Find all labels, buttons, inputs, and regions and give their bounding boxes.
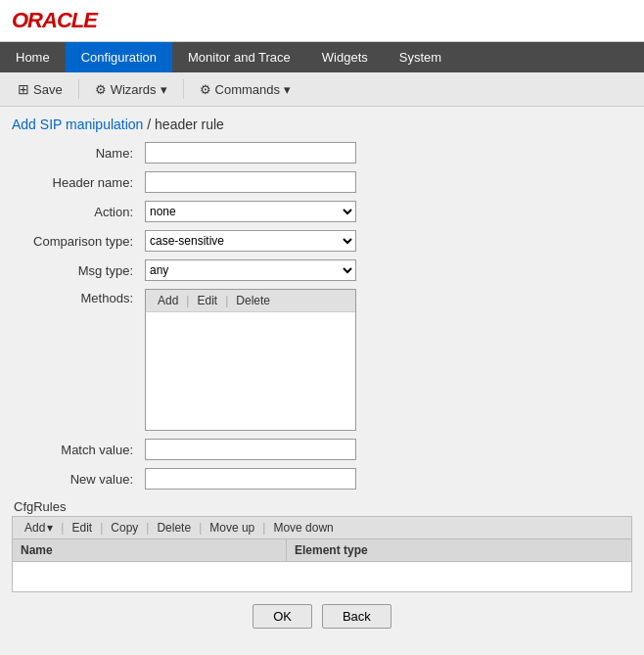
cfgrules-movedown-button[interactable]: Move down [267, 520, 339, 536]
back-button[interactable]: Back [322, 604, 391, 629]
content-area: Name: Header name: Action: none add dele… [0, 138, 644, 648]
msg-type-label: Msg type: [12, 256, 139, 285]
methods-sep-1: | [186, 294, 189, 307]
methods-toolbar: Add | Edit | Delete [146, 290, 355, 312]
breadcrumb-separator: / [143, 117, 155, 132]
wizards-icon [95, 82, 107, 97]
header: ORACLE [0, 0, 644, 42]
new-value-label: New value: [12, 464, 139, 493]
name-label: Name: [12, 138, 139, 167]
cfgrules-edit-button[interactable]: Edit [66, 520, 98, 536]
msg-type-select[interactable]: any request response [145, 259, 356, 281]
cfgrules-moveup-button[interactable]: Move up [204, 520, 260, 536]
methods-add-button[interactable]: Add [152, 293, 184, 308]
nav-widgets[interactable]: Widgets [306, 42, 384, 72]
wizards-label: Wizards [111, 82, 157, 97]
wizards-arrow-icon: ▾ [161, 82, 167, 97]
cfgrules-delete-button[interactable]: Delete [151, 520, 197, 536]
cfgrules-header-row: Name Element type [13, 539, 631, 562]
name-row: Name: [12, 138, 632, 167]
commands-button[interactable]: Commands ▾ [192, 78, 299, 101]
methods-edit-button[interactable]: Edit [191, 293, 223, 308]
cfgrules-col-element-type: Element type [287, 539, 631, 561]
methods-delete-button[interactable]: Delete [230, 293, 276, 308]
cfgrules-toolbar: Add ▾ | Edit | Copy | Delete | Move up |… [12, 516, 632, 538]
cfgrules-sep-2: | [100, 521, 103, 535]
new-value-row: New value: [12, 464, 632, 493]
nav-home[interactable]: Home [0, 42, 66, 72]
msg-type-row: Msg type: any request response [12, 256, 632, 285]
breadcrumb: Add SIP manipulation / header rule [0, 107, 644, 138]
cfgrules-sep-5: | [262, 521, 265, 535]
methods-row: Methods: Add | Edit | Delete [12, 285, 632, 435]
commands-icon [200, 82, 211, 97]
wizards-button[interactable]: Wizards ▾ [87, 78, 175, 101]
ok-button[interactable]: OK [253, 604, 312, 629]
methods-label: Methods: [12, 285, 139, 435]
save-button[interactable]: Save [10, 77, 70, 101]
commands-label: Commands [215, 82, 280, 97]
comparison-type-row: Comparison type: case-sensitive case-ins… [12, 226, 632, 256]
cfgrules-add-label: Add [24, 521, 45, 535]
cfgrules-body [13, 562, 631, 591]
match-value-input[interactable] [145, 439, 356, 460]
cfgrules-sep-1: | [61, 521, 64, 535]
action-label: Action: [12, 197, 139, 226]
match-value-row: Match value: [12, 435, 632, 464]
toolbar: Save Wizards ▾ Commands ▾ [0, 72, 644, 107]
save-icon [18, 81, 29, 97]
breadcrumb-part1[interactable]: Add SIP manipulation [12, 117, 143, 132]
methods-sep-2: | [225, 294, 228, 307]
save-label: Save [33, 82, 63, 97]
form-table: Name: Header name: Action: none add dele… [12, 138, 632, 493]
breadcrumb-part2: header rule [155, 117, 224, 132]
header-name-input[interactable] [145, 171, 356, 193]
cfgrules-col-name: Name [13, 539, 287, 561]
nav-monitor-trace[interactable]: Monitor and Trace [172, 42, 306, 72]
comparison-type-label: Comparison type: [12, 226, 139, 256]
cfgrules-label: CfgRules [12, 493, 632, 516]
header-name-row: Header name: [12, 167, 632, 197]
cfgrules-sep-4: | [199, 521, 202, 535]
cfgrules-add-arrow-icon: ▾ [47, 521, 53, 535]
nav-system[interactable]: System [384, 42, 457, 72]
methods-container: Add | Edit | Delete [145, 289, 356, 431]
action-select[interactable]: none add delete manipulate [145, 201, 356, 222]
oracle-logo: ORACLE [12, 8, 632, 33]
cfgrules-table: Name Element type [12, 538, 632, 592]
methods-list [146, 312, 355, 430]
header-name-label: Header name: [12, 167, 139, 197]
new-value-input[interactable] [145, 468, 356, 490]
commands-arrow-icon: ▾ [284, 82, 291, 97]
action-row: Action: none add delete manipulate [12, 197, 632, 226]
toolbar-separator-1 [78, 79, 79, 99]
cfgrules-sep-3: | [146, 521, 149, 535]
comparison-type-select[interactable]: case-sensitive case-insensitive pattern-… [145, 230, 356, 252]
match-value-label: Match value: [12, 435, 139, 464]
cfgrules-add-button[interactable]: Add ▾ [19, 520, 59, 536]
footer-buttons: OK Back [12, 592, 632, 636]
name-input[interactable] [145, 142, 356, 164]
cfgrules-copy-button[interactable]: Copy [105, 520, 144, 536]
nav-bar: Home Configuration Monitor and Trace Wid… [0, 42, 644, 72]
nav-configuration[interactable]: Configuration [66, 42, 172, 72]
toolbar-separator-2 [183, 79, 184, 99]
